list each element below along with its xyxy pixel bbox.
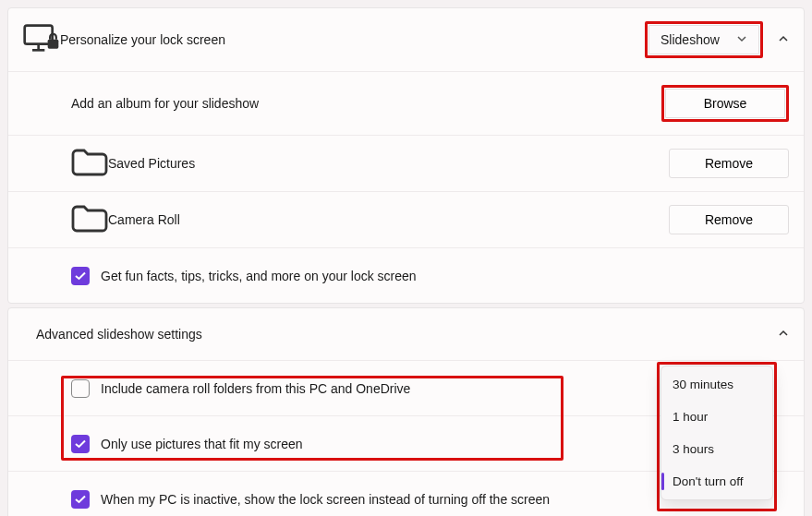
folder-icon	[71, 149, 108, 178]
fun-facts-row[interactable]: Get fun facts, tips, tricks, and more on…	[8, 247, 804, 303]
menu-option-dont-turn-off[interactable]: Don't turn off	[661, 465, 772, 498]
fun-facts-label: Get fun facts, tips, tricks, and more on…	[101, 269, 789, 283]
chevron-down-icon	[736, 32, 747, 47]
advanced-title: Advanced slideshow settings	[36, 327, 763, 342]
turn-off-dropdown-menu: 30 minutes 1 hour 3 hours Don't turn off	[661, 366, 773, 500]
dropdown-value: Slideshow	[661, 32, 720, 47]
add-album-row: Add an album for your slideshow Browse	[8, 71, 804, 135]
album-row-camera-roll: Camera Roll Remove	[8, 191, 804, 247]
collapse-chevron-icon[interactable]	[778, 32, 789, 47]
add-album-label: Add an album for your slideshow	[71, 96, 661, 111]
menu-option-3hours[interactable]: 3 hours	[661, 433, 772, 465]
remove-button[interactable]: Remove	[669, 149, 789, 178]
advanced-header-row[interactable]: Advanced slideshow settings	[8, 308, 804, 360]
inactive-checkbox[interactable]	[71, 490, 90, 509]
collapse-chevron-icon[interactable]	[778, 327, 789, 342]
browse-button[interactable]: Browse	[665, 89, 785, 118]
svg-rect-3	[48, 40, 59, 49]
personalize-title: Personalize your lock screen	[60, 32, 645, 47]
album-row-saved-pictures: Saved Pictures Remove	[8, 135, 804, 191]
highlight-slideshow-dropdown: Slideshow	[645, 21, 763, 58]
folder-icon	[71, 205, 108, 234]
include-camera-roll-checkbox[interactable]	[71, 379, 90, 398]
menu-option-30min[interactable]: 30 minutes	[661, 368, 772, 401]
album-name: Camera Roll	[108, 212, 669, 227]
lockscreen-mode-dropdown[interactable]: Slideshow	[648, 25, 759, 54]
fit-screen-checkbox[interactable]	[71, 435, 90, 453]
personalize-panel: Personalize your lock screen Slideshow A…	[7, 7, 805, 304]
highlight-browse: Browse	[661, 85, 789, 122]
personalize-header-row[interactable]: Personalize your lock screen Slideshow	[8, 8, 804, 71]
remove-button[interactable]: Remove	[669, 205, 789, 234]
menu-option-1hour[interactable]: 1 hour	[661, 401, 772, 433]
monitor-lock-icon	[23, 24, 60, 54]
album-name: Saved Pictures	[108, 156, 669, 171]
fun-facts-checkbox[interactable]	[71, 267, 90, 285]
